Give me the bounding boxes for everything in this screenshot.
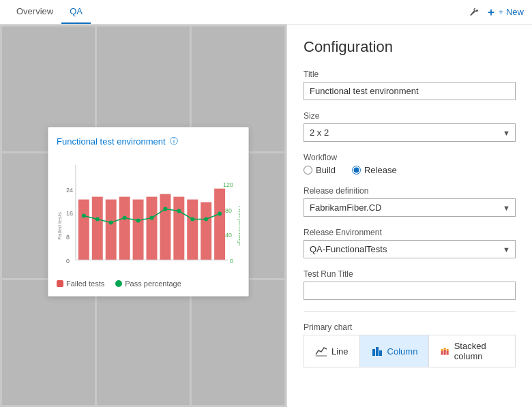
svg-point-24 [123,215,127,220]
widget-title: Functional test environment ⓘ [57,136,240,147]
size-group: Size 1 x 1 1 x 2 2 x 1 2 x 2 2 x 3 ▼ [304,111,516,142]
primary-chart-group: Primary chart Line [304,322,516,367]
svg-rect-43 [447,349,449,350]
svg-point-29 [190,217,194,221]
title-group: Title [304,70,516,100]
svg-point-31 [218,212,222,216]
settings-action[interactable] [469,7,478,17]
tab-overview[interactable]: Overview [8,0,61,24]
svg-point-30 [204,217,208,221]
svg-rect-11 [92,197,103,260]
dash-cell-8 [97,280,190,405]
svg-rect-14 [133,200,144,260]
svg-rect-36 [376,347,379,356]
workflow-release-radio[interactable] [352,166,361,175]
release-env-select[interactable]: QA-FunctionalTests [304,240,516,258]
svg-rect-17 [173,197,184,260]
svg-rect-39 [441,349,443,351]
release-env-label: Release Environment [304,228,516,237]
legend-green-icon [115,280,122,287]
svg-point-25 [136,218,141,222]
svg-text:8: 8 [66,234,70,241]
svg-point-21 [82,214,86,218]
workflow-build-label: Build [316,165,336,175]
chart-area: 0 8 16 24 0 40 80 120 Failed tests Pass … [57,153,240,275]
release-env-select-wrapper: QA-FunctionalTests ▼ [304,240,516,258]
wrench-icon [469,7,478,17]
divider [304,311,516,312]
svg-point-28 [177,209,181,213]
config-panel: Configuration Title Size 1 x 1 1 x 2 2 x… [286,25,532,407]
release-def-group: Release definition FabrikamFiber.CD ▼ [304,186,516,217]
column-chart-icon [371,345,383,357]
svg-rect-18 [187,200,198,260]
svg-rect-13 [119,197,130,260]
svg-text:80: 80 [225,207,232,214]
svg-point-22 [95,217,100,221]
workflow-build-option[interactable]: Build [304,165,336,175]
widget-card: Functional test environment ⓘ 0 8 16 24 … [48,127,249,297]
svg-text:Pass percentage: Pass percentage [237,206,240,247]
svg-rect-20 [214,189,225,260]
size-select-wrapper: 1 x 1 1 x 2 2 x 1 2 x 2 2 x 3 ▼ [304,123,516,142]
svg-rect-12 [106,200,117,260]
nav-actions: + New [469,7,524,17]
test-run-group: Test Run Title [304,269,516,300]
workflow-release-label: Release [364,165,397,175]
primary-chart-label: Primary chart [304,322,516,332]
workflow-label: Workflow [304,153,516,162]
svg-text:40: 40 [225,232,232,239]
line-chart-icon [315,345,327,357]
svg-rect-41 [444,348,446,349]
workflow-radio-group: Build Release [304,165,516,175]
workflow-group: Workflow Build Release [304,153,516,175]
tab-qa[interactable]: QA [61,0,91,24]
svg-text:120: 120 [223,181,233,188]
title-label: Title [304,70,516,79]
release-env-group: Release Environment QA-FunctionalTests ▼ [304,228,516,258]
release-def-select-wrapper: FabrikamFiber.CD ▼ [304,198,516,217]
svg-rect-40 [444,350,446,355]
chart-options: Line Column [304,335,516,367]
release-def-select[interactable]: FabrikamFiber.CD [304,198,516,217]
info-icon[interactable]: ⓘ [170,136,178,147]
size-select[interactable]: 1 x 1 1 x 2 2 x 1 2 x 2 2 x 3 [304,123,516,142]
svg-point-27 [163,207,167,211]
svg-rect-10 [78,200,89,260]
test-run-input[interactable] [304,282,516,300]
workflow-build-radio[interactable] [304,166,312,175]
new-button[interactable]: + New [486,7,524,17]
title-input[interactable] [304,82,516,100]
main-content: Functional test environment ⓘ 0 8 16 24 … [0,25,532,407]
svg-text:0: 0 [66,258,70,265]
svg-text:16: 16 [66,210,73,217]
stacked-chart-icon [440,345,449,357]
svg-point-23 [109,220,113,224]
svg-rect-35 [372,349,375,356]
svg-text:24: 24 [66,187,73,194]
chart-svg: 0 8 16 24 0 40 80 120 Failed tests Pass … [57,153,240,275]
chart-option-column[interactable]: Column [360,335,430,367]
svg-rect-37 [379,350,382,356]
release-def-label: Release definition [304,186,516,196]
top-nav: Overview QA + New [0,0,532,25]
dashboard-panel: Functional test environment ⓘ 0 8 16 24 … [0,25,286,407]
svg-point-26 [149,215,153,220]
dash-cell-7 [2,280,95,405]
dash-cell-9 [192,280,284,405]
plus-icon [486,7,496,17]
nav-tabs: Overview QA [8,0,91,24]
chart-option-stacked[interactable]: Stacked column [429,335,515,367]
svg-rect-16 [160,194,171,260]
column-label: Column [387,346,418,357]
legend-failed: Failed tests [57,280,104,288]
size-label: Size [304,111,516,121]
chart-legend: Failed tests Pass percentage [57,280,240,288]
config-title: Configuration [304,38,516,56]
chart-option-line[interactable]: Line [304,335,360,367]
workflow-release-option[interactable]: Release [352,165,397,175]
svg-rect-15 [147,197,158,260]
test-run-label: Test Run Title [304,269,516,279]
line-label: Line [331,346,349,357]
svg-text:0: 0 [230,258,233,265]
